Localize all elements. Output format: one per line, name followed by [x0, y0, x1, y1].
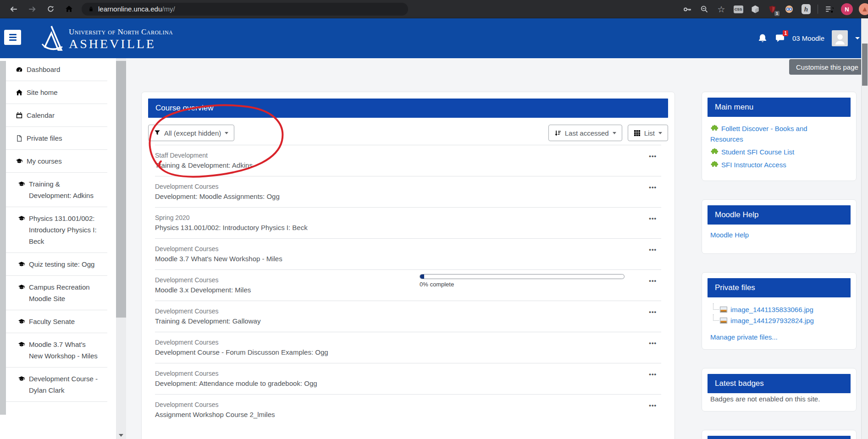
course-name[interactable]: Assignment Workshop Course 2_lmiles [155, 411, 643, 418]
course-actions-menu-icon[interactable] [649, 215, 657, 222]
sidebar-item[interactable]: Calendar [6, 104, 107, 127]
image-file-icon [720, 307, 727, 313]
browser-home-button[interactable] [62, 3, 75, 16]
ublock-extension-icon[interactable]: 1 [767, 4, 778, 15]
drawer-left-scrollbar[interactable] [0, 61, 6, 415]
notifications-bell-icon[interactable] [757, 33, 768, 44]
bookmark-star-icon[interactable]: ☆ [716, 4, 727, 15]
sidebar-item-label: Moodle 3.7 What's New Workshop - Miles [29, 339, 99, 362]
private-files-block: Private files image_1441135833066.jpg im… [702, 272, 857, 350]
browser-profile-avatar-2[interactable]: ▲ [859, 3, 868, 15]
moodle-help-link[interactable]: Moodle Help [710, 231, 749, 239]
sidebar-item[interactable]: My courses [6, 150, 107, 173]
package-extension-icon[interactable] [750, 4, 761, 15]
zoom-out-icon[interactable] [699, 4, 710, 15]
drawer-scrollbar[interactable] [116, 58, 126, 439]
sidebar-item[interactable]: Physics 131.001/002: Introductory Physic… [6, 207, 107, 253]
course-overview-header: Course overview [148, 99, 668, 118]
page-body: Dashboard Site home Calendar Private fil… [0, 58, 868, 439]
course-actions-menu-icon[interactable] [649, 340, 657, 346]
main-menu-item[interactable]: SFI Instructor Access [710, 159, 820, 170]
main-menu-link[interactable]: Follett Discover - Books and Resources [710, 125, 807, 143]
course-view-dropdown[interactable]: List [628, 125, 668, 141]
messages-icon[interactable]: 1 [775, 33, 785, 44]
course-actions-menu-icon[interactable] [649, 371, 657, 378]
sidebar-item[interactable]: Training & Development: Adkins [6, 173, 107, 207]
sidebar-item[interactable]: Development Course - Dylan Clark [6, 368, 107, 402]
course-actions-menu-icon[interactable] [649, 402, 657, 409]
course-category: Development Courses [155, 339, 643, 346]
course-filter-dropdown[interactable]: All (except hidden) [148, 125, 234, 141]
latest-badges-block: Latest badges Badges are not enabled on … [702, 368, 857, 412]
drawer-scrollbar-down-arrow[interactable] [119, 434, 123, 437]
course-name[interactable]: Physics 131.001/002: Introductory Physic… [155, 224, 643, 231]
css-extension-icon[interactable]: CSS [733, 4, 744, 15]
grid-icon [634, 130, 641, 137]
course-actions-menu-icon[interactable] [649, 184, 657, 191]
sidebar-item[interactable]: Quiz testing site: Ogg [6, 253, 107, 276]
sidebar-item[interactable]: Private files [6, 127, 107, 150]
user-name[interactable]: 03 Moodle [792, 34, 824, 42]
drawer-scrollbar-thumb[interactable] [116, 61, 126, 318]
course-row[interactable]: Development Courses Development: Moodle … [155, 176, 661, 207]
course-name[interactable]: Moodle 3.7 What's New Workshop - Miles [155, 255, 643, 263]
page-scrollbar-thumb[interactable] [862, 44, 868, 86]
moodle-help-block: Moodle Help Moodle Help [702, 199, 857, 254]
course-row[interactable]: Spring 2020 Physics 131.001/002: Introdu… [155, 207, 661, 238]
main-menu-link[interactable]: Student SFI Course List [721, 148, 794, 156]
course-actions-menu-icon[interactable] [649, 308, 657, 315]
user-avatar[interactable] [832, 30, 848, 46]
course-row[interactable]: Development Courses Training & Developme… [155, 301, 661, 332]
manage-private-files-link[interactable]: Manage private files... [710, 333, 778, 341]
password-key-icon[interactable] [682, 4, 693, 15]
browser-profile-avatar[interactable]: N [841, 3, 853, 15]
course-name[interactable]: Development: Moodle Assignments: Ogg [155, 192, 643, 200]
course-row[interactable]: Development Courses Development Course -… [155, 332, 661, 363]
course-name[interactable]: Development Course - Forum Discusson Exa… [155, 348, 643, 356]
course-row[interactable]: Development Courses Moodle 3.7 What's Ne… [155, 238, 661, 269]
course-row[interactable]: Development Courses Assignment Workshop … [155, 394, 661, 425]
course-name[interactable]: Training & Development: Adkins [155, 161, 643, 169]
nav-drawer-list: Dashboard Site home Calendar Private fil… [6, 58, 107, 402]
private-file-link[interactable]: image_1441297932824.jpg [730, 317, 814, 324]
course-actions-menu-icon[interactable] [649, 153, 657, 159]
sidebar-item-icon [15, 112, 23, 119]
sidebar-item[interactable]: Faculty Senate [6, 310, 107, 333]
private-file-item[interactable]: image_1441297932824.jpg [713, 315, 848, 326]
image-file-icon [720, 318, 727, 324]
main-menu-link[interactable]: SFI Instructor Access [721, 161, 786, 169]
course-name[interactable]: Training & Development: Galloway [155, 317, 643, 325]
course-actions-menu-icon[interactable] [649, 277, 657, 284]
main-menu-item[interactable]: Follett Discover - Books and Resources [710, 123, 820, 144]
sidebar-item-icon [17, 284, 26, 291]
main-menu-item[interactable]: Student SFI Course List [710, 147, 820, 157]
tree-connector [713, 314, 719, 321]
course-sort-dropdown[interactable]: Last accessed [548, 125, 622, 141]
honey-extension-icon[interactable]: h [801, 4, 812, 15]
reading-list-icon[interactable] [824, 4, 835, 15]
private-file-link[interactable]: image_1441135833066.jpg [730, 306, 813, 313]
course-row[interactable]: Development Courses Moodle 3.x Developme… [155, 269, 661, 301]
page-scrollbar[interactable] [861, 18, 868, 439]
course-overview-block: Course overview All (except hidden) Last… [141, 92, 675, 439]
customise-page-button[interactable]: Customise this page [789, 59, 865, 75]
sidebar-item[interactable]: Site home [6, 81, 107, 104]
moodle-help-header: Moodle Help [708, 205, 851, 225]
avatar-extension-icon[interactable] [784, 4, 795, 15]
sidebar-item[interactable]: Moodle 3.7 What's New Workshop - Miles [6, 333, 107, 368]
course-actions-menu-icon[interactable] [649, 246, 657, 253]
private-file-item[interactable]: image_1441135833066.jpg [713, 304, 848, 315]
course-row[interactable]: Staff Development Training & Development… [155, 145, 661, 176]
browser-back-button[interactable] [7, 3, 20, 16]
sidebar-item[interactable]: Campus Recreation Moodle Site [6, 276, 107, 310]
menu-toggle-button[interactable] [4, 30, 21, 45]
browser-forward-button[interactable] [26, 3, 39, 16]
course-name[interactable]: Development: Attendance module to gradeb… [155, 379, 643, 387]
puzzle-icon [710, 161, 719, 169]
browser-reload-button[interactable] [44, 3, 57, 16]
unca-logo[interactable]: University of North Carolina ASHEVILLE [39, 25, 173, 51]
address-bar[interactable]: learnonline.unca.edu/my/ [82, 3, 408, 16]
sidebar-item[interactable]: Dashboard [6, 58, 107, 81]
course-row[interactable]: Development Courses Development: Attenda… [155, 363, 661, 394]
user-menu-caret-icon[interactable] [855, 37, 860, 39]
